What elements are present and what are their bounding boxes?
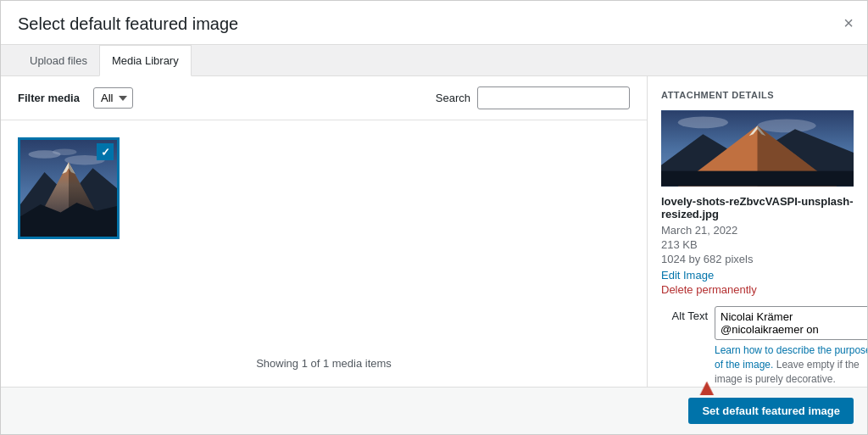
media-item-checkmark: ✓ — [97, 143, 114, 160]
attachment-thumbnail-image — [661, 110, 854, 187]
modal-title: Select default featured image — [18, 14, 238, 44]
alt-text-input[interactable]: Nicolai Krämer @nicolaikraemer on — [715, 306, 867, 340]
filter-section: Filter media All — [18, 87, 133, 109]
attachment-size: 213 KB — [661, 238, 854, 251]
attachment-filename: lovely-shots-reZbvcVASPI-unsplash-resize… — [661, 195, 854, 220]
alt-text-label: Alt Text — [661, 306, 708, 322]
modal-body: Filter media All Search — [1, 76, 867, 387]
svg-rect-17 — [661, 171, 854, 187]
svg-point-11 — [678, 116, 728, 128]
main-area: Filter media All Search — [1, 76, 647, 387]
attachment-dimensions: 1024 by 682 pixels — [661, 253, 854, 265]
media-grid: ✓ — [18, 137, 630, 239]
filter-label: Filter media — [18, 92, 80, 104]
media-grid-area: ✓ Showing 1 of 1 media items — [1, 120, 647, 387]
search-label: Search — [436, 92, 470, 104]
toolbar: Filter media All Search — [1, 76, 647, 120]
tab-upload-files[interactable]: Upload files — [18, 45, 99, 76]
alt-text-help: Learn how to describe the purpose of the… — [715, 343, 867, 386]
modal: Select default featured image × Upload f… — [0, 0, 868, 435]
filter-select[interactable]: All — [93, 87, 133, 109]
search-section: Search — [436, 86, 630, 109]
svg-point-3 — [53, 148, 77, 155]
modal-footer: ▼ Set default featured image — [1, 387, 867, 434]
showing-text: Showing 1 of 1 media items — [256, 357, 392, 370]
media-item[interactable]: ✓ — [18, 137, 120, 239]
edit-image-link[interactable]: Edit Image — [661, 269, 854, 282]
attachment-sidebar: ATTACHMENT DETAILS — [647, 76, 867, 387]
attachment-date: March 21, 2022 — [661, 224, 854, 237]
attachment-thumbnail — [661, 110, 854, 187]
tab-media-library[interactable]: Media Library — [99, 45, 192, 76]
arrow-indicator: ▼ — [695, 376, 719, 403]
svg-point-12 — [758, 119, 816, 132]
search-input[interactable] — [477, 86, 630, 109]
alt-text-field-row: Alt Text Nicolai Krämer @nicolaikraemer … — [661, 306, 854, 386]
modal-tabs: Upload files Media Library — [1, 45, 867, 76]
attachment-details-header: ATTACHMENT DETAILS — [661, 90, 854, 100]
close-button[interactable]: × — [840, 11, 857, 35]
modal-header: Select default featured image × — [1, 1, 867, 45]
delete-permanently-link[interactable]: Delete permanently — [661, 283, 854, 296]
